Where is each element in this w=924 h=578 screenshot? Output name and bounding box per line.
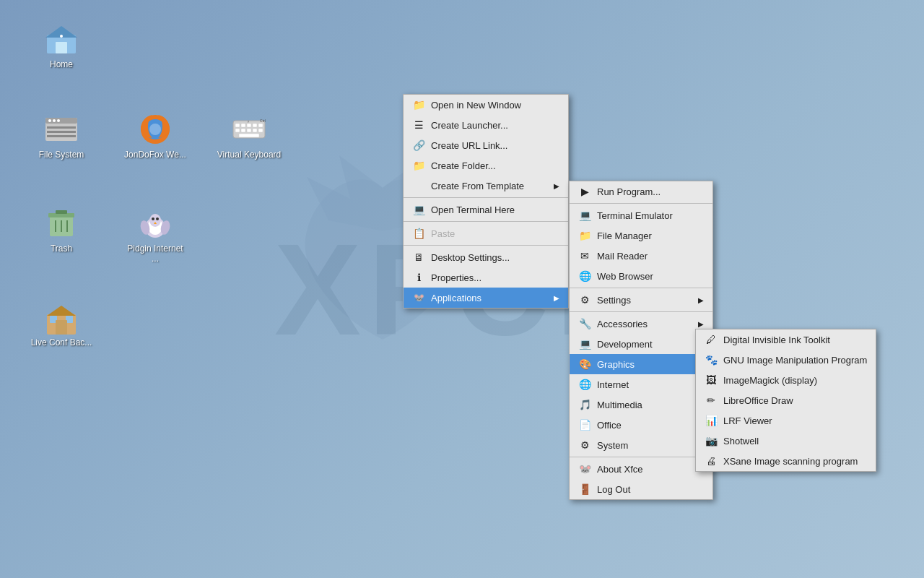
menu-label-development: Development — [597, 339, 653, 350]
separator-2 — [404, 221, 568, 222]
imagemagick-icon: 🖼 — [705, 374, 718, 387]
menu-item-log-out[interactable]: 🚪 Log Out — [570, 479, 712, 499]
menu-item-create-folder[interactable]: 📁 Create Folder... — [404, 155, 568, 176]
filesystem-icon-desktop[interactable]: File System — [29, 112, 94, 160]
menu-label-imagemagick: ImageMagick (display) — [723, 375, 817, 386]
menu-label-create-launcher: Create Launcher... — [431, 120, 508, 131]
svg-point-39 — [149, 214, 161, 227]
trash-label: Trash — [51, 243, 72, 254]
trash-icon-desktop[interactable]: Trash — [29, 206, 94, 254]
menu-item-development[interactable]: 💻 Development ▶ — [570, 334, 712, 354]
menu-label-graphics: Graphics — [597, 359, 635, 370]
svg-rect-33 — [56, 210, 67, 214]
menu-item-run-program[interactable]: ▶ Run Program... — [570, 181, 712, 202]
menu-item-web-browser[interactable]: 🌐 Web Browser — [570, 266, 712, 286]
menu-label-create-from-template: Create From Template — [431, 181, 524, 191]
home-icon-desktop[interactable]: Home — [29, 22, 94, 69]
menu-label-settings: Settings — [597, 295, 631, 306]
menu-label-open-terminal: Open Terminal Here — [431, 204, 515, 215]
virtualkeyboard-label: Virtual Keyboard — [217, 150, 282, 160]
context-menu: 📁 Open in New Window ☰ Create Launcher..… — [403, 94, 569, 309]
menu-item-system[interactable]: ⚙ System ▶ — [570, 435, 712, 455]
menu-item-desktop-settings[interactable]: 🖥 Desktop Settings... — [404, 247, 568, 267]
create-folder-icon: 📁 — [412, 159, 425, 172]
gimp-icon: 🐾 — [705, 353, 718, 366]
menu-item-about-xfce[interactable]: 🐭 About Xfce — [570, 459, 712, 479]
pidgin-icon-desktop[interactable]: Pidgin Internet ... — [123, 206, 188, 264]
menu-label-xsane: XSane Image scanning program — [723, 456, 858, 467]
desktop-settings-icon: 🖥 — [412, 251, 425, 264]
pidgin-label: Pidgin Internet ... — [123, 243, 188, 264]
menu-item-digital-ink[interactable]: 🖊 Digital Invisible Ink Toolkit — [696, 329, 876, 350]
menu-label-properties: Properties... — [431, 272, 481, 283]
menu-label-digital-ink: Digital Invisible Ink Toolkit — [723, 335, 830, 345]
pidgin-icon — [138, 206, 173, 241]
menu-item-lrf-viewer[interactable]: 📊 LRF Viewer — [696, 410, 876, 431]
menu-label-create-folder: Create Folder... — [431, 160, 496, 171]
menu-item-internet[interactable]: 🌐 Internet ▶ — [570, 374, 712, 394]
menu-item-accessories[interactable]: 🔧 Accessories ▶ — [570, 314, 712, 334]
menu-item-create-url-link[interactable]: 🔗 Create URL Link... — [404, 135, 568, 155]
file-manager-icon: 📁 — [578, 229, 591, 242]
menu-label-desktop-settings: Desktop Settings... — [431, 252, 510, 263]
menu-label-create-url-link: Create URL Link... — [431, 140, 507, 151]
svg-rect-24 — [241, 129, 245, 132]
jondofox-icon-desktop[interactable]: JonDoFox We... — [123, 112, 188, 160]
menu-item-properties[interactable]: ℹ Properties... — [404, 267, 568, 288]
menu-label-gimp: GNU Image Manipulation Program — [723, 355, 867, 366]
menu-item-multimedia[interactable]: 🎵 Multimedia ▶ — [570, 394, 712, 415]
settings-icon: ⚙ — [578, 293, 591, 306]
menu-label-office: Office — [597, 420, 622, 431]
menu-item-file-manager[interactable]: 📁 File Manager — [570, 225, 712, 246]
run-icon: ▶ — [578, 185, 591, 198]
svg-text:Ctrl: Ctrl — [260, 118, 266, 123]
liveconf-icon-desktop[interactable]: Live Conf Bac... — [29, 300, 94, 348]
menu-label-system: System — [597, 440, 628, 451]
menu-item-shotwell[interactable]: 📷 Shotwell — [696, 431, 876, 451]
menu-label-web-browser: Web Browser — [597, 271, 653, 282]
menu-item-graphics[interactable]: 🎨 Graphics ▶ — [570, 354, 712, 374]
menu-item-open-new-window[interactable]: 📁 Open in New Window — [404, 95, 568, 115]
menu-item-xsane[interactable]: 🖨 XSane Image scanning program — [696, 451, 876, 471]
menu-label-terminal-emulator: Terminal Emulator — [597, 210, 673, 221]
svg-rect-21 — [253, 124, 257, 127]
menu-label-log-out: Log Out — [597, 484, 630, 495]
svg-point-4 — [60, 35, 63, 38]
about-icon: 🐭 — [578, 462, 591, 475]
properties-icon: ℹ — [412, 271, 425, 284]
svg-text:y: y — [248, 119, 249, 123]
applications-submenu: ▶ Run Program... 💻 Terminal Emulator 📁 F… — [569, 181, 713, 500]
menu-item-terminal-emulator[interactable]: 💻 Terminal Emulator — [570, 205, 712, 225]
menu-label-file-manager: File Manager — [597, 230, 652, 241]
terminal-emulator-icon: 💻 — [578, 209, 591, 222]
liveconf-icon — [44, 300, 79, 335]
paste-icon: 📋 — [412, 227, 425, 240]
menu-item-create-from-template[interactable]: Create From Template ▶ — [404, 176, 568, 196]
menu-item-gimp[interactable]: 🐾 GNU Image Manipulation Program — [696, 350, 876, 370]
menu-item-applications[interactable]: 🐭 Applications ▶ — [404, 288, 568, 308]
apps-separator-1 — [570, 203, 712, 204]
menu-label-open-new-window: Open in New Window — [431, 100, 521, 111]
svg-point-12 — [57, 119, 60, 122]
menu-item-imagemagick[interactable]: 🖼 ImageMagick (display) — [696, 370, 876, 390]
menu-item-create-launcher[interactable]: ☰ Create Launcher... — [404, 115, 568, 135]
svg-rect-28 — [239, 134, 259, 137]
menu-item-mail-reader[interactable]: ✉ Mail Reader — [570, 246, 712, 266]
menu-label-applications: Applications — [431, 293, 481, 303]
svg-point-41 — [156, 217, 159, 220]
shotwell-icon: 📷 — [705, 434, 718, 447]
virtualkeyboard-icon-desktop[interactable]: y Ctrl Virtual Keyboard — [217, 112, 282, 160]
menu-item-settings[interactable]: ⚙ Settings ▶ — [570, 290, 712, 310]
menu-label-paste: Paste — [431, 228, 455, 239]
menu-label-lrf-viewer: LRF Viewer — [723, 415, 772, 426]
menu-item-open-terminal[interactable]: 💻 Open Terminal Here — [404, 199, 568, 220]
menu-item-libreoffice-draw[interactable]: ✏ LibreOffice Draw — [696, 390, 876, 410]
menu-label-libreoffice-draw: LibreOffice Draw — [723, 395, 793, 406]
menu-item-office[interactable]: 📄 Office ▶ — [570, 415, 712, 435]
applications-arrow: ▶ — [546, 294, 559, 302]
svg-point-40 — [152, 217, 154, 220]
menu-label-shotwell: Shotwell — [723, 436, 759, 447]
home-folder-icon — [44, 22, 79, 56]
jondofox-icon — [138, 112, 173, 147]
create-url-icon: 🔗 — [412, 139, 425, 152]
